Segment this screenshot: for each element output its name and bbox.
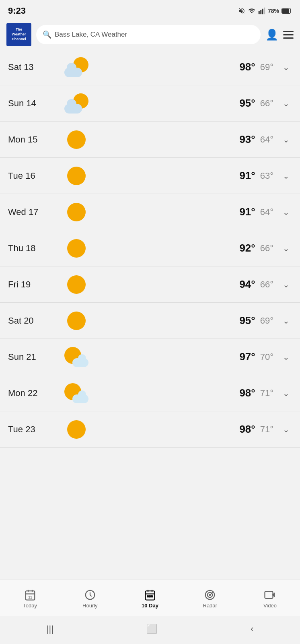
nav-today-label: Today [23, 603, 37, 609]
forecast-temps: 93° 64° [92, 133, 273, 146]
forecast-row[interactable]: Sun 14 95° 66° ⌄ [0, 85, 300, 122]
expand-chevron[interactable]: ⌄ [280, 135, 292, 144]
android-home-btn[interactable]: ⬜ [146, 624, 157, 634]
logo-line2: Weather [12, 32, 26, 37]
mute-icon [238, 7, 245, 14]
forecast-day: Wed 17 [8, 207, 60, 217]
forecast-row[interactable]: Tue 23 98° 71° ⌄ [0, 411, 300, 448]
nav-hourly[interactable]: Hourly [60, 589, 120, 609]
profile-icon[interactable]: 👤 [265, 29, 278, 41]
forecast-high: 92° [239, 242, 255, 254]
forecast-day: Mon 22 [8, 388, 60, 398]
menu-button[interactable] [283, 31, 294, 39]
nav-radar[interactable]: Radar [180, 589, 240, 609]
search-bar[interactable]: 🔍 Bass Lake, CA Weather [36, 25, 261, 44]
expand-chevron[interactable]: ⌄ [280, 207, 292, 217]
logo-line1: The [16, 27, 22, 32]
svg-rect-0 [259, 11, 260, 14]
forecast-day: Sun 21 [8, 352, 60, 362]
forecast-high: 95° [239, 97, 255, 109]
search-icon: 🔍 [43, 30, 51, 39]
forecast-low: 71° [260, 388, 273, 398]
expand-chevron[interactable]: ⌄ [280, 62, 292, 72]
expand-chevron[interactable]: ⌄ [280, 244, 292, 253]
forecast-day: Thu 18 [8, 243, 60, 254]
expand-chevron[interactable]: ⌄ [280, 99, 292, 108]
android-nav-bar: ||| ⬜ ‹ [0, 616, 300, 644]
forecast-row[interactable]: Sat 13 98° 69° ⌄ [0, 49, 300, 85]
svg-rect-5 [282, 9, 289, 13]
expand-chevron[interactable]: ⌄ [280, 280, 292, 289]
forecast-low: 66° [260, 98, 273, 109]
forecast-temps: 91° 64° [92, 206, 273, 218]
forecast-low: 66° [260, 243, 273, 254]
radar-icon [204, 589, 216, 601]
forecast-high: 91° [239, 169, 255, 182]
svg-point-16 [147, 596, 149, 597]
status-bar: 9:23 78% [0, 0, 300, 20]
bottom-nav: 11 Today Hourly 10 Day Radar [0, 580, 300, 616]
forecast-row[interactable]: Wed 17 91° 64° ⌄ [0, 194, 300, 230]
svg-rect-23 [265, 591, 273, 599]
battery-percent: 78% [268, 8, 279, 14]
status-icons: 78% [238, 7, 292, 14]
forecast-temps: 91° 63° [92, 169, 273, 182]
forecast-temps: 95° 66° [92, 97, 273, 109]
nav-10day-label: 10 Day [142, 603, 158, 609]
forecast-low: 64° [260, 207, 273, 217]
today-icon: 11 [24, 589, 36, 601]
forecast-day: Tue 16 [8, 171, 60, 181]
hourly-icon [84, 589, 96, 601]
nav-video[interactable]: Video [240, 589, 300, 609]
forecast-low: 64° [260, 134, 273, 145]
nav-video-label: Video [263, 603, 277, 609]
wifi-icon [248, 7, 256, 14]
forecast-icon [60, 57, 92, 77]
forecast-icon [60, 130, 92, 149]
forecast-row[interactable]: Mon 15 93° 64° ⌄ [0, 122, 300, 158]
forecast-icon [60, 239, 92, 258]
forecast-low: 70° [260, 352, 273, 362]
forecast-row[interactable]: Tue 16 91° 63° ⌄ [0, 158, 300, 194]
forecast-temps: 98° 69° [92, 61, 273, 73]
nav-today[interactable]: 11 Today [0, 589, 60, 609]
expand-chevron[interactable]: ⌄ [280, 388, 292, 398]
forecast-row[interactable]: Fri 19 94° 66° ⌄ [0, 266, 300, 303]
expand-chevron[interactable]: ⌄ [280, 425, 292, 434]
forecast-list: Sat 13 98° 69° ⌄ Sun 14 95° 66° [0, 49, 300, 580]
forecast-temps: 98° 71° [92, 423, 273, 436]
android-recent-btn[interactable]: ||| [47, 624, 53, 634]
forecast-day: Tue 23 [8, 424, 60, 435]
video-icon [264, 589, 276, 601]
forecast-high: 98° [239, 387, 255, 399]
battery-icon [282, 8, 292, 14]
forecast-row[interactable]: Sat 20 95° 69° ⌄ [0, 303, 300, 339]
forecast-row[interactable]: Sun 21 97° 70° ⌄ [0, 339, 300, 375]
forecast-high: 97° [239, 351, 255, 363]
forecast-row[interactable]: Thu 18 92° 66° ⌄ [0, 230, 300, 266]
forecast-high: 95° [239, 314, 255, 327]
forecast-icon [60, 93, 92, 114]
signal-icon [258, 7, 265, 14]
android-back-btn[interactable]: ‹ [251, 624, 253, 634]
forecast-icon [60, 275, 92, 294]
forecast-low: 66° [260, 279, 273, 290]
expand-chevron[interactable]: ⌄ [280, 352, 292, 362]
forecast-row[interactable]: Mon 22 98° 71° ⌄ [0, 375, 300, 411]
weather-channel-logo: The Weather Channel [6, 23, 31, 46]
forecast-temps: 97° 70° [92, 351, 273, 363]
svg-point-18 [151, 596, 153, 597]
nav-radar-label: Radar [203, 603, 217, 609]
forecast-temps: 92° 66° [92, 242, 273, 254]
expand-chevron[interactable]: ⌄ [280, 171, 292, 181]
svg-point-17 [149, 596, 151, 597]
forecast-icon [60, 420, 92, 439]
forecast-day: Fri 19 [8, 279, 60, 290]
nav-10day[interactable]: 10 Day [120, 589, 180, 609]
header: The Weather Channel 🔍 Bass Lake, CA Weat… [0, 20, 300, 49]
forecast-temps: 95° 69° [92, 314, 273, 327]
expand-chevron[interactable]: ⌄ [280, 316, 292, 326]
forecast-high: 93° [239, 133, 255, 146]
forecast-temps: 94° 66° [92, 278, 273, 291]
svg-marker-24 [272, 592, 275, 598]
